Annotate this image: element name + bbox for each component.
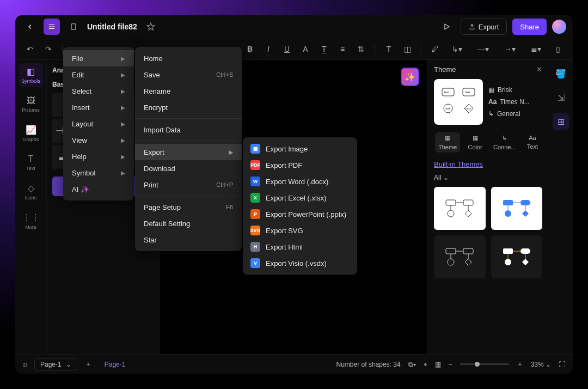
theme-card[interactable] (434, 235, 486, 278)
play-button[interactable] (439, 19, 455, 35)
theme-panel-title: Theme (434, 65, 456, 74)
page-tab[interactable]: Page-1 (99, 361, 131, 368)
theme-card[interactable] (434, 187, 486, 230)
rail-more[interactable]: ⋮⋮More (19, 209, 43, 233)
svg-rect-14 (520, 200, 530, 205)
line-style-icon[interactable]: —▾ (472, 42, 494, 56)
svg-rect-17 (446, 248, 456, 254)
theme-card[interactable] (491, 187, 543, 230)
rail-pictures[interactable]: 🖼Pictures (19, 93, 43, 116)
redo-icon[interactable]: ↷ (41, 42, 56, 56)
map-icon[interactable]: ▥ (435, 361, 441, 368)
target-icon[interactable]: ⌖ (424, 361, 427, 368)
zoom-slider[interactable] (460, 363, 509, 365)
underline-icon[interactable]: U (280, 42, 294, 56)
zoom-in-icon[interactable]: ＋ (517, 360, 523, 369)
hamburger-menu[interactable] (44, 19, 60, 35)
font-color-icon[interactable]: A (298, 42, 313, 56)
menu-item-view[interactable]: View▶ (63, 132, 134, 148)
close-icon[interactable]: ✕ (536, 65, 542, 74)
page-select[interactable]: Page-1⌄ (34, 358, 77, 370)
italic-icon[interactable]: I (261, 42, 275, 56)
tab-color[interactable]: ▦Color (464, 132, 485, 153)
export-icon[interactable]: ⇲ (553, 89, 569, 106)
rail-icons[interactable]: ◇Icons (19, 180, 43, 204)
file-menu-home[interactable]: Home (135, 50, 242, 66)
fullscreen-icon[interactable]: ⛶ (559, 361, 565, 368)
file-menu-rename[interactable]: Rename (135, 83, 242, 99)
svg-point-11 (448, 210, 454, 217)
star-icon[interactable] (143, 19, 159, 35)
menu-item-insert[interactable]: Insert▶ (63, 99, 134, 116)
apps-icon[interactable]: ⊞ (553, 113, 569, 130)
svg-point-15 (505, 210, 511, 217)
undo-icon[interactable]: ↶ (23, 42, 37, 56)
tab-text[interactable]: AaText (524, 132, 541, 153)
menu-item-symbol[interactable]: Symbol▶ (63, 165, 134, 181)
menu-item-file[interactable]: File▶ (63, 50, 134, 66)
file-menu-import-data[interactable]: Import Data (135, 121, 242, 138)
arrow-style-icon[interactable]: →▾ (499, 42, 521, 56)
zoom-value[interactable]: 33% ⌄ (531, 361, 551, 368)
file-menu-download[interactable]: Download (135, 160, 242, 177)
export-button[interactable]: Export (461, 19, 507, 35)
export-export-visio-vsdx-[interactable]: VExport Visio (.vsdx) (243, 255, 357, 271)
tab-connector[interactable]: ↳Conne... (490, 132, 519, 153)
menu-item-layout[interactable]: Layout▶ (63, 116, 134, 132)
export-export-html[interactable]: HExport Html (243, 239, 357, 255)
export-export-excel-xlsx-[interactable]: XExport Excel (.xlsx) (243, 190, 357, 206)
line-spacing-icon[interactable]: ⇅ (354, 42, 368, 56)
layout-icon[interactable]: ▯ (551, 42, 565, 56)
align-icon[interactable]: ≡ (335, 42, 350, 56)
export-export-svg[interactable]: SVGExport SVG (243, 222, 357, 239)
ai-badge[interactable]: ✨ (401, 68, 419, 86)
share-button[interactable]: Share (512, 19, 547, 35)
menu-item-select[interactable]: Select▶ (63, 83, 134, 99)
rail-text[interactable]: TText (19, 151, 43, 174)
export-export-powerpoint-pptx-[interactable]: PExport PowerPoint (.pptx) (243, 206, 357, 222)
zoom-out-icon[interactable]: − (449, 361, 452, 368)
rail-graphs[interactable]: 📈Graphs (19, 121, 43, 145)
export-export-word-docx-[interactable]: WExport Word (.docx) (243, 173, 357, 190)
layers-icon[interactable]: ⧉▾ (408, 361, 416, 368)
filter-all[interactable]: All⌄ (434, 174, 542, 181)
file-menu-star[interactable]: Star (135, 232, 242, 248)
menu-item-ai[interactable]: AI ✨ (63, 181, 134, 197)
avatar[interactable] (552, 20, 566, 34)
menu-item-help[interactable]: Help▶ (63, 148, 134, 165)
pen-icon[interactable]: 🖊 (428, 42, 442, 56)
svg-text:text: text (465, 107, 471, 110)
tab-theme[interactable]: ▦Theme (435, 132, 460, 153)
built-in-themes-link[interactable]: Built-in Themes (434, 160, 542, 168)
text-tool-icon[interactable]: T (382, 42, 396, 56)
svg-rect-13 (503, 200, 513, 205)
rail-symbols[interactable]: ◧Symbols (19, 63, 43, 87)
document-title[interactable]: Untitled file82 (87, 22, 137, 31)
text-icon: T (28, 154, 34, 164)
export-export-image[interactable]: ▦Export Image (243, 141, 357, 157)
list-icon[interactable]: ≣▾ (525, 42, 547, 56)
file-menu-print[interactable]: PrintCtrl+P (135, 177, 242, 193)
grid-icon: ▦ (445, 135, 450, 142)
svg-marker-12 (465, 210, 471, 217)
file-menu-save[interactable]: SaveCtrl+S (135, 66, 242, 83)
file-menu-export[interactable]: Export▶ (135, 144, 242, 160)
menu-item-edit[interactable]: Edit▶ (63, 66, 134, 83)
file-menu-page-setup[interactable]: Page SetupF6 (135, 199, 242, 215)
palette-icon: ▦ (488, 86, 494, 94)
eraser-icon[interactable]: ◫ (400, 42, 414, 56)
file-menu-default-setting[interactable]: Default Setting (135, 215, 242, 232)
file-menu-encrypt[interactable]: Encrypt (135, 99, 242, 116)
theme-preview[interactable]: texttexttexttext (434, 79, 483, 125)
export-export-pdf[interactable]: PDFExport PDF (243, 157, 357, 173)
connector-style-icon[interactable]: ↳▾ (446, 42, 468, 56)
page-layout-icon[interactable]: ⎅ (23, 361, 27, 368)
add-page-icon[interactable]: ＋ (85, 360, 91, 369)
svg-text:text: text (465, 90, 470, 94)
text-height-icon[interactable]: T̲ (317, 42, 331, 56)
bold-icon[interactable]: B (243, 42, 257, 56)
back-button[interactable] (22, 19, 38, 35)
theme-card[interactable] (491, 235, 543, 278)
svg-marker-24 (522, 259, 529, 265)
paint-bucket-icon[interactable]: 🪣 (553, 65, 569, 82)
